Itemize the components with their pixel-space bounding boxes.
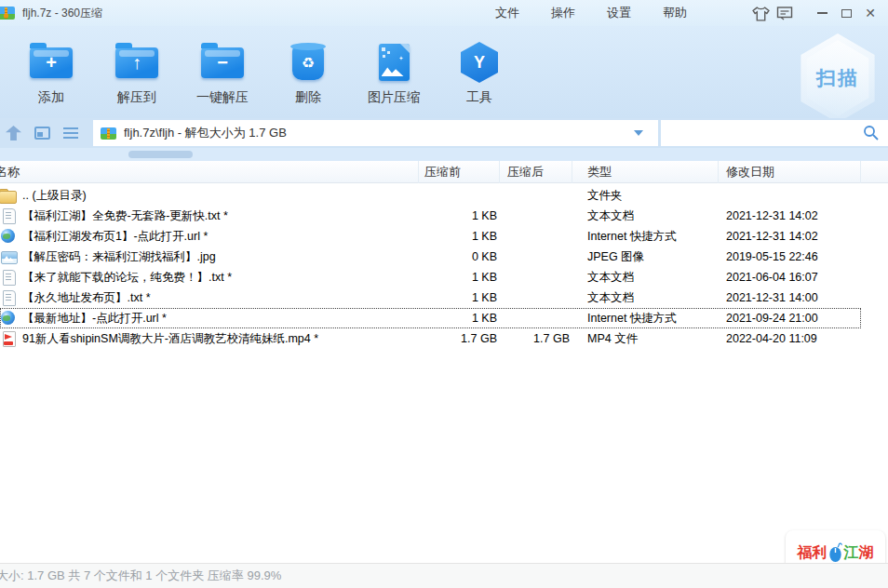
column-header-size-before[interactable]: 压缩前 <box>419 161 500 183</box>
table-row[interactable]: .. (上级目录) 文件夹 <box>0 185 861 206</box>
archive-file-icon <box>101 127 116 140</box>
up-directory-icon[interactable] <box>6 126 21 140</box>
maximize-icon <box>841 9 852 18</box>
toolbar-buttons: + 添加 ↑ 解压到 − 一键解压 ♻ 删除 <box>8 26 522 118</box>
list-view-icon[interactable] <box>63 127 78 139</box>
text-file-icon <box>1 270 17 285</box>
window-title: fljh.7z - 360压缩 <box>22 6 102 21</box>
image-compress-button-label: 图片压缩 <box>368 89 420 106</box>
extract-to-folder-icon: ↑ <box>115 47 158 78</box>
thumbnail-view-icon[interactable] <box>34 127 50 140</box>
extract-to-button[interactable]: ↑ 解压到 <box>94 26 180 118</box>
internet-shortcut-icon <box>1 229 17 244</box>
table-row[interactable]: 【永久地址发布页】.txt * 1 KB 文本文档 2021-12-31 14:… <box>0 287 861 308</box>
internet-shortcut-icon <box>1 311 17 326</box>
column-header-size-after[interactable]: 压缩后 <box>500 161 572 183</box>
maximize-button[interactable] <box>834 0 858 26</box>
add-button[interactable]: + 添加 <box>8 26 94 118</box>
table-row-focused[interactable]: 【最新地址】-点此打开.url * 1 KB Internet 快捷方式 202… <box>0 308 861 328</box>
file-list: .. (上级目录) 文件夹 【福利江湖】全免费-无套路-更新快.txt * 1 … <box>0 185 888 349</box>
one-click-extract-button-label: 一键解压 <box>196 89 249 106</box>
search-box <box>661 120 888 146</box>
nav-icons <box>6 118 78 148</box>
folder-icon <box>1 188 17 203</box>
add-folder-icon: + <box>30 47 73 78</box>
minimize-button[interactable] <box>810 0 834 26</box>
menu-settings[interactable]: 设置 <box>591 0 647 26</box>
horizontal-scrollbar-thumb[interactable] <box>128 151 193 158</box>
status-text: 大小: 1.7 GB 共 7 个文件和 1 个文件夹 压缩率 99.9% <box>0 568 281 582</box>
column-header-type[interactable]: 类型 <box>572 161 719 183</box>
minimize-icon <box>817 12 827 14</box>
table-header: 名称 压缩前 压缩后 类型 修改日期 <box>0 161 888 183</box>
window-controls: ✕ <box>748 0 882 26</box>
360zip-app-icon <box>0 7 15 20</box>
close-icon: ✕ <box>865 7 876 20</box>
one-click-extract-button[interactable]: − 一键解压 <box>180 26 265 118</box>
scan-badge-label: 扫描 <box>816 65 859 91</box>
delete-button[interactable]: ♻ 删除 <box>265 26 351 118</box>
tools-button-label: 工具 <box>466 89 492 106</box>
title-bar: fljh.7z - 360压缩 文件 操作 设置 帮助 ✕ <box>0 0 888 26</box>
text-file-icon <box>1 208 17 223</box>
tools-button[interactable]: 工具 <box>437 26 522 118</box>
column-header-name[interactable]: 名称 <box>0 161 419 183</box>
scan-shield-icon: 扫描 <box>803 40 872 116</box>
one-click-extract-folder-icon: − <box>201 47 244 78</box>
path-text: fljh.7z\fljh - 解包大小为 1.7 GB <box>124 125 634 141</box>
column-header-modified[interactable]: 修改日期 <box>719 161 861 183</box>
table-row[interactable]: 【解压密码：来福利江湖找福利】.jpg 0 KB JPEG 图像 2019-05… <box>0 247 861 267</box>
close-button[interactable]: ✕ <box>858 0 882 26</box>
table-row[interactable]: 91新人看shipinSM调教大片-酒店调教艺校清纯妹纸.mp4 * 1.7 G… <box>0 328 861 349</box>
skin-tshirt-icon[interactable] <box>748 0 773 26</box>
app-window: fljh.7z - 360压缩 文件 操作 设置 帮助 ✕ + 添加 <box>0 0 888 588</box>
text-file-icon <box>1 290 17 305</box>
mouse-icon <box>828 542 843 563</box>
menu-bar: 文件 操作 设置 帮助 <box>479 0 703 26</box>
search-icon[interactable] <box>862 124 881 142</box>
menu-file[interactable]: 文件 <box>479 0 535 26</box>
feedback-icon[interactable] <box>773 0 797 26</box>
mp4-video-icon <box>1 331 17 346</box>
delete-trash-icon: ♻ <box>292 46 324 80</box>
address-bar: fljh.7z\fljh - 解包大小为 1.7 GB <box>0 118 888 148</box>
image-compress-button[interactable]: 图片压缩 <box>351 26 437 118</box>
chevron-down-icon[interactable] <box>634 130 643 136</box>
jpeg-image-icon <box>1 249 17 264</box>
scan-badge[interactable]: 扫描 <box>797 33 879 123</box>
table-row[interactable]: 【福利江湖发布页1】-点此打开.url * 1 KB Internet 快捷方式… <box>0 226 861 247</box>
menu-operation[interactable]: 操作 <box>535 0 591 26</box>
menu-help[interactable]: 帮助 <box>647 0 703 26</box>
table-row[interactable]: 【来了就能下载的论坛，纯免费！】.txt * 1 KB 文本文档 2021-06… <box>0 267 861 287</box>
tools-hexagon-icon <box>461 42 498 83</box>
horizontal-scrollbar[interactable] <box>0 148 888 161</box>
toolbar: + 添加 ↑ 解压到 − 一键解压 ♻ 删除 <box>0 26 888 118</box>
path-combobox[interactable]: fljh.7z\fljh - 解包大小为 1.7 GB <box>93 120 658 146</box>
delete-button-label: 删除 <box>295 89 321 106</box>
watermark-logo: 福利 江 湖 <box>798 539 874 563</box>
add-button-label: 添加 <box>38 89 64 106</box>
status-bar: 大小: 1.7 GB 共 7 个文件和 1 个文件夹 压缩率 99.9% <box>0 563 888 588</box>
search-input[interactable] <box>661 120 862 146</box>
table-row[interactable]: 【福利江湖】全免费-无套路-更新快.txt * 1 KB 文本文档 2021-1… <box>0 206 861 226</box>
image-compress-icon <box>379 44 410 81</box>
extract-to-button-label: 解压到 <box>117 89 156 106</box>
